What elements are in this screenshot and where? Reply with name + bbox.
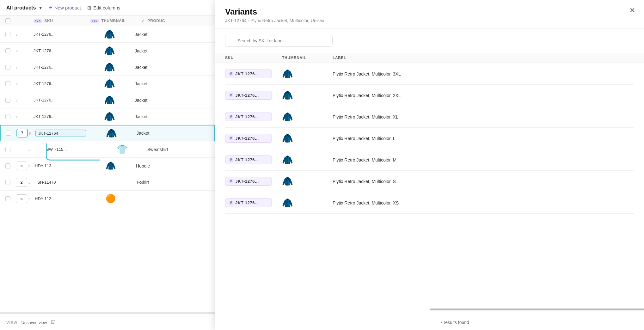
table-row[interactable]: p SWT-115... 👕 Sweatshirt <box>0 141 215 158</box>
row-checkbox[interactable] <box>5 81 10 86</box>
variant-thumbnail: 🧥 <box>282 69 293 79</box>
type-badge: p <box>28 148 35 151</box>
variant-sku-cell: v JKT-1276... <box>225 70 282 78</box>
row-checkbox[interactable] <box>5 147 10 152</box>
variant-row[interactable]: v JKT-1276... 🧥 Plytix Retro Jacket, Mul… <box>225 63 634 85</box>
row-checkbox[interactable] <box>5 196 10 201</box>
save-view-button[interactable]: 🖫 <box>51 320 56 326</box>
variant-thumbnail: 🧥 <box>282 155 293 165</box>
row-checkbox[interactable] <box>5 114 10 119</box>
type-badge: p <box>29 131 35 135</box>
sku-cell: JKT-1276... <box>34 98 84 102</box>
variants-sku-header: SKU <box>225 56 282 60</box>
variants-scrollbar[interactable] <box>430 309 644 311</box>
variant-row[interactable]: v JKT-1276... 🧥 Plytix Retro Jacket, Mul… <box>225 85 634 106</box>
v-type-badge: v <box>229 158 233 162</box>
table-row[interactable]: 2 p TSH-11470 T-Shirt <box>0 174 215 191</box>
product-name-cell: Jacket <box>135 65 215 70</box>
sku-header-label: SKU <box>44 19 53 23</box>
save-icon: 🖫 <box>51 320 56 325</box>
table-row[interactable]: v JKT-1276... 🧥 Jacket <box>0 76 215 92</box>
v-type-badge: v <box>229 93 233 97</box>
v-type-badge: v <box>229 201 233 205</box>
sku-cell: JKT-1276... <box>34 48 84 53</box>
variant-thumbnail: 🧥 <box>282 198 293 208</box>
scrollbar-track <box>430 309 644 310</box>
table-row[interactable]: s p HDY-113... 🧥 Hoodie <box>0 158 215 174</box>
row-checkbox[interactable] <box>5 180 10 185</box>
table-row[interactable]: s p HDY-112... 🟠 <box>0 191 215 207</box>
variant-row[interactable]: v JKT-1276... 🧥 Plytix Retro Jacket, Mul… <box>225 171 634 192</box>
table-row-highlighted[interactable]: 7 p JKT-12764 🧥 Jacket <box>0 125 215 141</box>
type-badge: p <box>28 164 35 168</box>
product-column-header: ✓ PRODUC <box>141 18 215 23</box>
variant-label-cell: Plytix Retro Jacket, Multicolor, S <box>333 179 634 184</box>
row-checkbox[interactable] <box>5 65 10 70</box>
variant-sku-value: JKT-1276... <box>235 179 259 184</box>
table-row[interactable]: v JKT-1276... 🧥 Jacket <box>0 43 215 59</box>
variant-row[interactable]: v JKT-1276... 🧥 Plytix Retro Jacket, Mul… <box>225 106 634 128</box>
variant-sku-cell: v JKT-1276... <box>225 134 282 143</box>
product-thumbnail: 🧥 <box>104 78 115 89</box>
row-checkbox[interactable] <box>6 131 11 136</box>
search-input[interactable] <box>225 35 333 47</box>
product-thumbnail: 👕 <box>117 144 128 155</box>
table-row[interactable]: v JKT-1276... 🧥 Jacket <box>0 92 215 108</box>
product-name-cell: Hoodie <box>136 163 215 168</box>
product-thumbnail: 🧥 <box>104 111 115 122</box>
row-checkbox[interactable] <box>5 98 10 103</box>
table-row[interactable]: v JKT-1276... 🧥 Jacket <box>0 59 215 76</box>
thumbnail-header-label: THUMBNAIL <box>101 19 126 23</box>
variant-thumbnail: 🧥 <box>282 176 293 186</box>
select-all-checkbox[interactable] <box>5 18 10 23</box>
type-badge: v <box>16 82 22 86</box>
variant-label-cell: Plytix Retro Jacket, Multicolor, XL <box>333 114 634 119</box>
all-products-label: All products <box>6 5 36 11</box>
row-checkbox[interactable] <box>5 48 10 53</box>
product-name-cell: Jacket <box>135 114 215 119</box>
row-checkbox[interactable] <box>5 163 10 168</box>
edit-columns-button[interactable]: ⊞ Edit columns <box>87 5 120 11</box>
table-row[interactable]: v JKT-1276... 🧥 Jacket <box>0 108 215 125</box>
variant-sku-value: JKT-1276... <box>235 157 259 162</box>
variants-header: Variants JKT-12764 - Plytix Retro Jacket… <box>215 0 644 28</box>
variant-sku-cell: v JKT-1276... <box>225 199 282 207</box>
v-type-badge: v <box>229 72 233 76</box>
variants-table-header: SKU THUMBNAIL LABEL <box>215 53 644 63</box>
grid-icon: ⊞ <box>87 5 91 11</box>
variant-label-cell: Plytix Retro Jacket, Multicolor, 2XL <box>333 93 634 98</box>
type-badge: v <box>16 115 22 119</box>
product-header-label: PRODUC <box>148 19 165 23</box>
row-checkbox[interactable] <box>5 32 10 37</box>
product-name-cell: Jacket <box>135 48 215 53</box>
sku-cell-highlighted: JKT-12764 <box>35 130 86 137</box>
thumbnail-cell: 🧥 <box>86 128 137 138</box>
variant-row[interactable]: v JKT-1276... 🧥 Plytix Retro Jacket, Mul… <box>225 128 634 149</box>
search-area: 🔍 <box>215 28 644 53</box>
product-name-cell: Sweatshirt <box>147 147 215 152</box>
close-button[interactable]: ✕ <box>629 7 635 14</box>
left-scrollbar[interactable] <box>0 312 215 315</box>
variant-label-cell: Plytix Retro Jacket, Multicolor, 3XL <box>333 71 634 76</box>
variant-sku-value: JKT-1276... <box>235 200 259 205</box>
variant-count-badge: 7 <box>16 129 28 138</box>
product-thumbnail: 🧥 <box>106 161 116 171</box>
thumbnail-cell: 🧥 <box>84 111 135 122</box>
sku-cell: JKT-1276... <box>34 65 84 70</box>
product-thumbnail: 🧥 <box>106 128 117 138</box>
v-type-badge: v <box>229 115 233 119</box>
variant-thumbnail-cell: 🧥 <box>282 198 333 208</box>
unsaved-view-label: Unsaved view <box>21 320 47 325</box>
new-product-button[interactable]: + New product <box>49 4 81 11</box>
type-badge: v <box>16 49 22 53</box>
search-wrapper: 🔍 <box>225 35 333 47</box>
all-products-button[interactable]: All products ▼ <box>6 5 43 11</box>
table-row[interactable]: v JKT-1276... 🧥 Jacket <box>0 26 215 43</box>
variant-sku-badge: v JKT-1276... <box>225 177 272 186</box>
type-badge: v <box>16 98 22 102</box>
scrollbar-thumb <box>430 309 644 310</box>
variant-row[interactable]: v JKT-1276... 🧥 Plytix Retro Jacket, Mul… <box>225 149 634 171</box>
variant-sku-badge: v JKT-1276... <box>225 134 272 143</box>
type-badge: v <box>16 33 22 36</box>
variant-row[interactable]: v JKT-1276... 🧥 Plytix Retro Jacket, Mul… <box>225 192 634 214</box>
